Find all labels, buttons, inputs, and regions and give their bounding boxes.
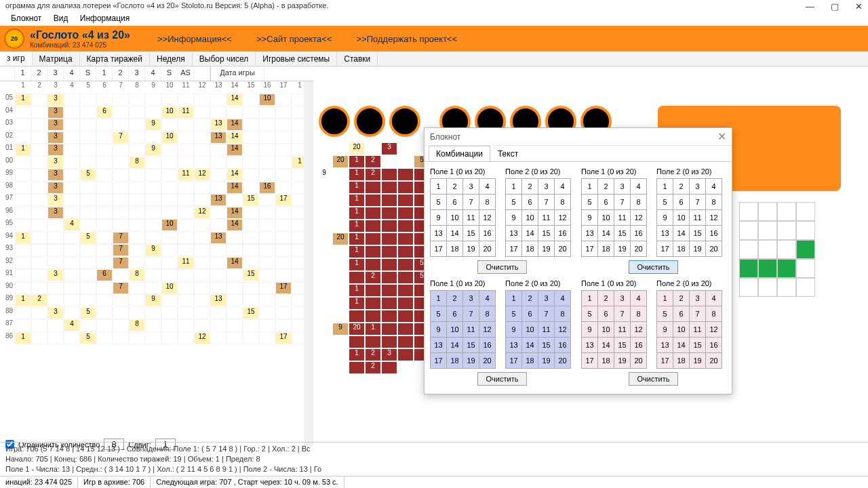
grid-cell[interactable]	[113, 207, 129, 219]
number-cell[interactable]: 3	[614, 290, 631, 306]
grid-cell[interactable]	[80, 157, 96, 169]
number-cell[interactable]: 16	[705, 225, 722, 241]
grid-cell[interactable]	[31, 307, 47, 319]
number-cell[interactable]: 6	[597, 306, 614, 322]
grid-cell[interactable]	[178, 282, 194, 294]
grid-cell[interactable]	[80, 219, 96, 231]
grid-cell[interactable]: 1	[15, 332, 31, 344]
number-cell[interactable]: 18	[521, 241, 538, 257]
number-cell[interactable]: 16	[554, 337, 571, 353]
number-cell[interactable]: 18	[597, 241, 614, 257]
number-cell[interactable]: 15	[538, 337, 555, 353]
number-cell[interactable]: 18	[673, 241, 690, 257]
grid-cell[interactable]	[113, 157, 129, 169]
number-cell[interactable]: 4	[554, 178, 571, 195]
grid-cell[interactable]: 10	[161, 282, 178, 294]
grid-cell[interactable]	[31, 131, 47, 144]
grid-cell[interactable]	[129, 131, 145, 144]
grid-cell[interactable]	[210, 332, 226, 344]
number-cell[interactable]: 4	[479, 290, 496, 306]
grid-cell[interactable]	[210, 169, 226, 181]
grid-cell[interactable]	[259, 106, 275, 119]
grid-cell[interactable]: 11	[178, 169, 194, 181]
grid-cell[interactable]	[129, 169, 145, 181]
grid-cell[interactable]	[194, 131, 210, 144]
number-cell[interactable]: 10	[673, 209, 690, 226]
number-cell[interactable]: 13	[505, 225, 522, 241]
grid-cell[interactable]: 5	[80, 169, 96, 181]
grid-cell[interactable]	[129, 257, 145, 269]
grid-cell[interactable]	[113, 106, 129, 119]
number-cell[interactable]: 10	[521, 209, 538, 226]
grid-cell[interactable]	[96, 232, 113, 244]
number-cell[interactable]: 2	[597, 178, 614, 195]
number-cell[interactable]: 11	[614, 321, 631, 338]
grid-cell[interactable]	[31, 269, 47, 281]
grid-cell[interactable]	[15, 157, 31, 169]
number-cell[interactable]: 8	[479, 306, 496, 322]
grid-cell[interactable]	[243, 257, 259, 269]
grid-cell[interactable]	[15, 257, 31, 269]
number-cell[interactable]: 20	[705, 241, 722, 257]
grid-cell[interactable]	[113, 169, 129, 181]
grid-cell[interactable]	[259, 219, 275, 231]
grid-cell[interactable]	[210, 319, 226, 331]
grid-cell[interactable]	[210, 144, 226, 156]
grid-cell[interactable]	[259, 144, 275, 156]
grid-cell[interactable]	[96, 194, 113, 206]
number-cell[interactable]: 2	[521, 178, 538, 195]
number-cell[interactable]: 9	[505, 209, 522, 226]
grid-cell[interactable]	[96, 307, 113, 319]
number-cell[interactable]: 9	[581, 321, 598, 338]
grid-cell[interactable]	[194, 294, 210, 306]
grid-cell[interactable]: 1	[15, 94, 31, 106]
menu-info[interactable]: Информация	[80, 14, 130, 23]
grid-cell[interactable]	[80, 144, 96, 156]
grid-cell[interactable]	[194, 157, 210, 169]
grid-cell[interactable]: 1	[15, 232, 31, 244]
grid-cell[interactable]	[80, 182, 96, 194]
grid-cell[interactable]: 17	[275, 194, 292, 206]
grid-cell[interactable]	[96, 119, 113, 131]
grid-cell[interactable]	[80, 257, 96, 269]
grid-cell[interactable]	[275, 207, 292, 219]
number-cell[interactable]: 2	[673, 178, 690, 195]
number-cell[interactable]: 10	[521, 321, 538, 338]
grid-cell[interactable]	[113, 182, 129, 194]
grid-cell[interactable]	[31, 232, 47, 244]
grid-cell[interactable]	[96, 207, 113, 219]
grid-cell[interactable]	[80, 94, 96, 106]
grid-cell[interactable]	[275, 307, 292, 319]
grid-cell[interactable]	[129, 282, 145, 294]
grid-cell[interactable]	[47, 232, 64, 244]
grid-cell[interactable]	[145, 332, 161, 344]
grid-cell[interactable]	[178, 319, 194, 331]
grid-cell[interactable]: 14	[226, 94, 243, 106]
grid-cell[interactable]	[15, 282, 31, 294]
number-cell[interactable]: 7	[614, 306, 631, 322]
grid-cell[interactable]	[275, 219, 292, 231]
grid-cell[interactable]: 9	[145, 244, 161, 256]
number-cell[interactable]: 5	[581, 194, 598, 210]
grid-cell[interactable]: 12	[194, 332, 210, 344]
grid-cell[interactable]	[275, 106, 292, 119]
number-cell[interactable]: 7	[689, 306, 706, 322]
grid-cell[interactable]	[178, 332, 194, 344]
grid-cell[interactable]	[96, 94, 113, 106]
grid-cell[interactable]: 10	[161, 131, 178, 144]
grid-cell[interactable]	[259, 257, 275, 269]
tab-map[interactable]: Карта тиражей	[80, 52, 150, 66]
grid-cell[interactable]	[226, 232, 243, 244]
number-cell[interactable]: 8	[479, 194, 496, 210]
grid-cell[interactable]	[259, 157, 275, 169]
grid-cell[interactable]	[275, 294, 292, 306]
grid-cell[interactable]	[15, 106, 31, 119]
grid-cell[interactable]	[96, 169, 113, 181]
grid-cell[interactable]	[80, 319, 96, 331]
grid-cell[interactable]	[178, 294, 194, 306]
number-cell[interactable]: 14	[673, 225, 690, 241]
grid-cell[interactable]	[80, 106, 96, 119]
tab-numbers[interactable]: Выбор чисел	[193, 52, 256, 66]
grid-cell[interactable]	[145, 106, 161, 119]
dlg-tab-combo[interactable]: Комбинации	[429, 146, 490, 161]
